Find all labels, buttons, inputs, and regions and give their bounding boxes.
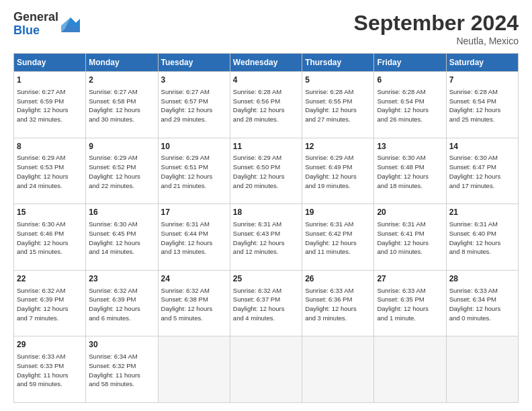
table-row: 18Sunrise: 6:31 AM Sunset: 6:43 PM Dayli… [230, 204, 302, 271]
table-row: 7Sunrise: 6:28 AM Sunset: 6:54 PM Daylig… [446, 72, 518, 138]
day-info: Sunrise: 6:30 AM Sunset: 6:48 PM Dayligh… [377, 153, 443, 190]
table-row: 24Sunrise: 6:32 AM Sunset: 6:38 PM Dayli… [158, 270, 230, 336]
table-row: 9Sunrise: 6:29 AM Sunset: 6:52 PM Daylig… [86, 138, 158, 204]
table-row: 13Sunrise: 6:30 AM Sunset: 6:48 PM Dayli… [374, 138, 446, 204]
day-number: 16 [89, 207, 154, 218]
table-row: 25Sunrise: 6:32 AM Sunset: 6:37 PM Dayli… [230, 270, 302, 336]
day-number: 21 [449, 207, 515, 218]
logo-text: General Blue [13, 11, 58, 38]
table-row: 10Sunrise: 6:29 AM Sunset: 6:51 PM Dayli… [158, 138, 230, 204]
day-number: 23 [89, 273, 154, 285]
day-number: 6 [377, 75, 443, 86]
day-info: Sunrise: 6:31 AM Sunset: 6:43 PM Dayligh… [233, 220, 299, 257]
table-row [374, 336, 446, 403]
table-row: 11Sunrise: 6:29 AM Sunset: 6:50 PM Dayli… [230, 138, 302, 204]
table-row: 22Sunrise: 6:32 AM Sunset: 6:39 PM Dayli… [14, 270, 86, 336]
day-info: Sunrise: 6:29 AM Sunset: 6:51 PM Dayligh… [161, 153, 227, 190]
table-row: 23Sunrise: 6:32 AM Sunset: 6:39 PM Dayli… [86, 270, 158, 336]
table-row [230, 336, 302, 403]
day-info: Sunrise: 6:33 AM Sunset: 6:36 PM Dayligh… [305, 286, 371, 323]
logo-general: General [13, 11, 58, 24]
table-row: 17Sunrise: 6:31 AM Sunset: 6:44 PM Dayli… [158, 204, 230, 271]
day-info: Sunrise: 6:28 AM Sunset: 6:54 PM Dayligh… [449, 87, 515, 124]
day-info: Sunrise: 6:30 AM Sunset: 6:45 PM Dayligh… [89, 220, 154, 257]
day-number: 8 [17, 141, 83, 152]
table-row: 6Sunrise: 6:28 AM Sunset: 6:54 PM Daylig… [374, 72, 446, 138]
location: Neutla, Mexico [354, 36, 519, 46]
table-row: 26Sunrise: 6:33 AM Sunset: 6:36 PM Dayli… [302, 270, 374, 336]
day-number: 7 [449, 75, 515, 86]
header-friday: Friday [374, 54, 446, 72]
day-number: 27 [377, 273, 443, 285]
day-number: 2 [89, 75, 154, 86]
calendar-week-row: 29Sunrise: 6:33 AM Sunset: 6:33 PM Dayli… [14, 336, 519, 403]
day-number: 14 [449, 141, 515, 152]
header: General Blue September 2024 Neutla, Mexi… [13, 11, 519, 46]
logo: General Blue [13, 11, 80, 38]
calendar-week-row: 22Sunrise: 6:32 AM Sunset: 6:39 PM Dayli… [14, 270, 519, 336]
day-info: Sunrise: 6:29 AM Sunset: 6:52 PM Dayligh… [89, 153, 154, 190]
day-info: Sunrise: 6:30 AM Sunset: 6:47 PM Dayligh… [449, 153, 515, 190]
table-row: 4Sunrise: 6:28 AM Sunset: 6:56 PM Daylig… [230, 72, 302, 138]
day-info: Sunrise: 6:29 AM Sunset: 6:50 PM Dayligh… [233, 153, 299, 190]
day-number: 4 [233, 75, 299, 86]
day-info: Sunrise: 6:34 AM Sunset: 6:32 PM Dayligh… [89, 352, 154, 389]
day-number: 11 [233, 141, 299, 152]
day-number: 3 [161, 75, 227, 86]
day-number: 17 [161, 207, 227, 218]
header-saturday: Saturday [446, 54, 518, 72]
table-row: 20Sunrise: 6:31 AM Sunset: 6:41 PM Dayli… [374, 204, 446, 271]
title-block: September 2024 Neutla, Mexico [354, 11, 519, 46]
day-info: Sunrise: 6:27 AM Sunset: 6:57 PM Dayligh… [161, 87, 227, 124]
day-info: Sunrise: 6:28 AM Sunset: 6:56 PM Dayligh… [233, 87, 299, 124]
table-row: 15Sunrise: 6:30 AM Sunset: 6:46 PM Dayli… [14, 204, 86, 271]
table-row: 29Sunrise: 6:33 AM Sunset: 6:33 PM Dayli… [14, 336, 86, 403]
day-info: Sunrise: 6:28 AM Sunset: 6:55 PM Dayligh… [305, 87, 371, 124]
day-info: Sunrise: 6:33 AM Sunset: 6:33 PM Dayligh… [17, 352, 83, 389]
day-info: Sunrise: 6:27 AM Sunset: 6:58 PM Dayligh… [89, 87, 154, 124]
day-number: 5 [305, 75, 371, 86]
calendar-table: Sunday Monday Tuesday Wednesday Thursday… [13, 53, 519, 403]
table-row: 30Sunrise: 6:34 AM Sunset: 6:32 PM Dayli… [86, 336, 158, 403]
day-info: Sunrise: 6:28 AM Sunset: 6:54 PM Dayligh… [377, 87, 443, 124]
day-number: 10 [161, 141, 227, 152]
table-row: 28Sunrise: 6:33 AM Sunset: 6:34 PM Dayli… [446, 270, 518, 336]
table-row: 16Sunrise: 6:30 AM Sunset: 6:45 PM Dayli… [86, 204, 158, 271]
day-number: 24 [161, 273, 227, 285]
logo-blue: Blue [13, 24, 58, 38]
day-info: Sunrise: 6:31 AM Sunset: 6:40 PM Dayligh… [449, 220, 515, 257]
table-row: 19Sunrise: 6:31 AM Sunset: 6:42 PM Dayli… [302, 204, 374, 271]
day-number: 29 [17, 339, 83, 351]
day-number: 1 [17, 75, 83, 86]
day-info: Sunrise: 6:31 AM Sunset: 6:41 PM Dayligh… [377, 220, 443, 257]
table-row: 2Sunrise: 6:27 AM Sunset: 6:58 PM Daylig… [86, 72, 158, 138]
day-info: Sunrise: 6:32 AM Sunset: 6:39 PM Dayligh… [17, 286, 83, 323]
table-row: 1Sunrise: 6:27 AM Sunset: 6:59 PM Daylig… [14, 72, 86, 138]
day-info: Sunrise: 6:33 AM Sunset: 6:34 PM Dayligh… [449, 286, 515, 323]
day-number: 15 [17, 207, 83, 218]
table-row [302, 336, 374, 403]
day-number: 18 [233, 207, 299, 218]
day-number: 19 [305, 207, 371, 218]
day-info: Sunrise: 6:31 AM Sunset: 6:44 PM Dayligh… [161, 220, 227, 257]
logo-icon [61, 13, 80, 32]
table-row [446, 336, 518, 403]
day-info: Sunrise: 6:33 AM Sunset: 6:35 PM Dayligh… [377, 286, 443, 323]
day-info: Sunrise: 6:32 AM Sunset: 6:37 PM Dayligh… [233, 286, 299, 323]
table-row: 14Sunrise: 6:30 AM Sunset: 6:47 PM Dayli… [446, 138, 518, 204]
day-info: Sunrise: 6:29 AM Sunset: 6:53 PM Dayligh… [17, 153, 83, 190]
calendar-header-row: Sunday Monday Tuesday Wednesday Thursday… [14, 54, 519, 72]
table-row: 12Sunrise: 6:29 AM Sunset: 6:49 PM Dayli… [302, 138, 374, 204]
header-thursday: Thursday [302, 54, 374, 72]
table-row: 3Sunrise: 6:27 AM Sunset: 6:57 PM Daylig… [158, 72, 230, 138]
day-info: Sunrise: 6:27 AM Sunset: 6:59 PM Dayligh… [17, 87, 83, 124]
table-row: 5Sunrise: 6:28 AM Sunset: 6:55 PM Daylig… [302, 72, 374, 138]
table-row: 21Sunrise: 6:31 AM Sunset: 6:40 PM Dayli… [446, 204, 518, 271]
day-number: 13 [377, 141, 443, 152]
day-number: 28 [449, 273, 515, 285]
table-row: 27Sunrise: 6:33 AM Sunset: 6:35 PM Dayli… [374, 270, 446, 336]
header-sunday: Sunday [14, 54, 86, 72]
day-info: Sunrise: 6:31 AM Sunset: 6:42 PM Dayligh… [305, 220, 371, 257]
header-wednesday: Wednesday [230, 54, 302, 72]
calendar-week-row: 1Sunrise: 6:27 AM Sunset: 6:59 PM Daylig… [14, 72, 519, 138]
